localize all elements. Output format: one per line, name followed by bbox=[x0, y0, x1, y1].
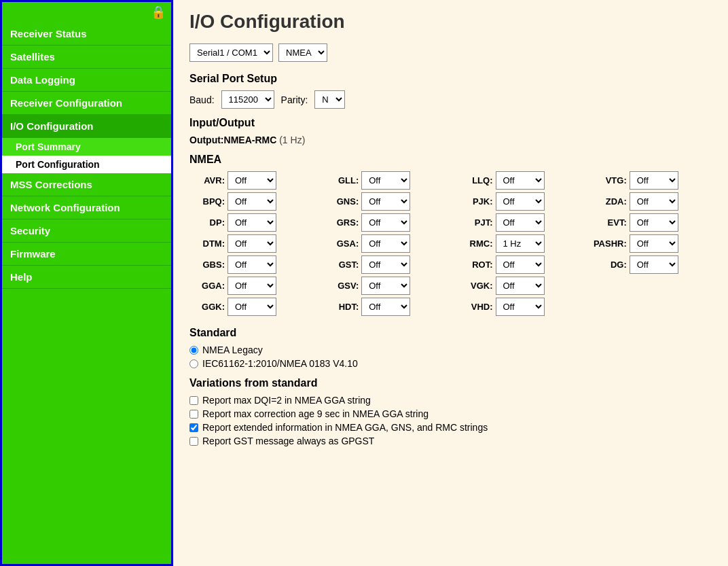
output-line: Output:NMEA-RMC (1 Hz) bbox=[189, 135, 712, 145]
nmea-field-select[interactable]: Off0.1 Hz0.2 Hz0.5 Hz1 Hz2 Hz5 Hz10 Hz20… bbox=[361, 298, 410, 316]
nmea-title: NMEA bbox=[189, 154, 712, 166]
nmea-field-label: PJK: bbox=[458, 196, 493, 207]
nmea-field-select[interactable]: Off0.1 Hz0.2 Hz0.5 Hz1 Hz2 Hz5 Hz10 Hz20… bbox=[496, 192, 545, 211]
nmea-field-label: DG: bbox=[592, 260, 627, 270]
sidebar-item-io-config[interactable]: I/O Configuration bbox=[2, 115, 171, 138]
sidebar-item-mss-corrections[interactable]: MSS Corrections bbox=[2, 173, 171, 196]
nmea-field-select[interactable]: Off0.1 Hz0.2 Hz0.5 Hz1 Hz2 Hz5 Hz10 Hz20… bbox=[228, 192, 276, 211]
sidebar-item-receiver-status[interactable]: Receiver Status bbox=[2, 22, 171, 46]
nmea-field-select[interactable]: Off0.1 Hz0.2 Hz0.5 Hz1 Hz2 Hz5 Hz10 Hz20… bbox=[361, 171, 410, 190]
nmea-field-label: BPQ: bbox=[189, 196, 225, 207]
standard-radio-1[interactable] bbox=[189, 359, 198, 368]
nmea-field-select[interactable]: Off0.1 Hz0.2 Hz0.5 Hz1 Hz2 Hz5 Hz10 Hz20… bbox=[361, 277, 410, 295]
variation-label: Report max correction age 9 sec in NMEA … bbox=[202, 408, 429, 419]
baud-row: Baud: 4800960019200384005760011520023040… bbox=[189, 90, 712, 109]
variation-label: Report GST message always as GPGST bbox=[202, 436, 374, 446]
nmea-cell: ZDA:Off0.1 Hz0.2 Hz0.5 Hz1 Hz2 Hz5 Hz10 … bbox=[592, 192, 712, 211]
nmea-field-label: GSA: bbox=[323, 238, 359, 249]
sidebar-item-network-config[interactable]: Network Configuration bbox=[2, 196, 171, 219]
variation-checkbox-3[interactable] bbox=[189, 437, 198, 446]
protocol-select[interactable]: NMEARTCMCMRRaw bbox=[278, 43, 327, 62]
nmea-cell: EVT:Off0.1 Hz0.2 Hz0.5 Hz1 Hz2 Hz5 Hz10 … bbox=[592, 213, 712, 232]
nmea-field-select[interactable]: Off0.1 Hz0.2 Hz0.5 Hz1 Hz2 Hz5 Hz10 Hz20… bbox=[630, 192, 678, 211]
variation-checkbox-0[interactable] bbox=[189, 396, 198, 405]
variation-checkbox-1[interactable] bbox=[189, 410, 198, 419]
nmea-cell: VGK:Off0.1 Hz0.2 Hz0.5 Hz1 Hz2 Hz5 Hz10 … bbox=[458, 277, 578, 295]
nmea-field-select[interactable]: Off0.1 Hz0.2 Hz0.5 Hz1 Hz2 Hz5 Hz10 Hz20… bbox=[496, 277, 545, 295]
nmea-field-select[interactable]: Off0.1 Hz0.2 Hz0.5 Hz1 Hz2 Hz5 Hz10 Hz20… bbox=[630, 171, 678, 190]
standard-radio-0[interactable] bbox=[189, 346, 198, 355]
nmea-field-select[interactable]: Off0.1 Hz0.2 Hz0.5 Hz1 Hz2 Hz5 Hz10 Hz20… bbox=[630, 255, 678, 274]
nmea-field-select[interactable]: Off0.1 Hz0.2 Hz0.5 Hz1 Hz2 Hz5 Hz10 Hz20… bbox=[228, 298, 276, 316]
parity-select[interactable]: NEO bbox=[314, 90, 345, 109]
nmea-field-label: PASHR: bbox=[592, 238, 627, 249]
nmea-field-select[interactable]: Off0.1 Hz0.2 Hz0.5 Hz1 Hz2 Hz5 Hz10 Hz20… bbox=[496, 255, 545, 274]
nmea-cell: DG:Off0.1 Hz0.2 Hz0.5 Hz1 Hz2 Hz5 Hz10 H… bbox=[592, 255, 712, 274]
nmea-cell: BPQ:Off0.1 Hz0.2 Hz0.5 Hz1 Hz2 Hz5 Hz10 … bbox=[189, 192, 310, 211]
variation-checkbox-2[interactable] bbox=[189, 423, 198, 432]
nmea-field-label: GGA: bbox=[189, 281, 225, 291]
nmea-cell: VTG:Off0.1 Hz0.2 Hz0.5 Hz1 Hz2 Hz5 Hz10 … bbox=[592, 171, 712, 190]
sidebar-item-firmware[interactable]: Firmware bbox=[2, 243, 171, 266]
nmea-field-label: DTM: bbox=[189, 238, 225, 249]
nmea-cell: DTM:Off0.1 Hz0.2 Hz0.5 Hz1 Hz2 Hz5 Hz10 … bbox=[189, 234, 310, 253]
sidebar-item-receiver-config[interactable]: Receiver Configuration bbox=[2, 92, 171, 115]
sidebar: 🔒 Receiver StatusSatellitesData LoggingR… bbox=[0, 0, 173, 566]
nmea-field-select[interactable]: Off0.1 Hz0.2 Hz0.5 Hz1 Hz2 Hz5 Hz10 Hz20… bbox=[496, 171, 545, 190]
standard-option: IEC61162-1:2010/NMEA 0183 V4.10 bbox=[189, 358, 712, 369]
sidebar-sub-port-config[interactable]: Port Configuration bbox=[2, 156, 171, 173]
nmea-field-select[interactable]: Off0.1 Hz0.2 Hz0.5 Hz1 Hz2 Hz5 Hz10 Hz20… bbox=[496, 234, 545, 253]
nmea-field-label: GRS: bbox=[323, 217, 359, 228]
nmea-field-label: VTG: bbox=[592, 175, 627, 185]
nmea-cell: GNS:Off0.1 Hz0.2 Hz0.5 Hz1 Hz2 Hz5 Hz10 … bbox=[323, 192, 443, 211]
sidebar-item-data-logging[interactable]: Data Logging bbox=[2, 69, 171, 92]
nmea-field-select[interactable]: Off0.1 Hz0.2 Hz0.5 Hz1 Hz2 Hz5 Hz10 Hz20… bbox=[228, 171, 276, 190]
nmea-field-label: GBS: bbox=[189, 260, 225, 270]
standard-option: NMEA Legacy bbox=[189, 344, 712, 355]
nmea-cell: ROT:Off0.1 Hz0.2 Hz0.5 Hz1 Hz2 Hz5 Hz10 … bbox=[458, 255, 578, 274]
nmea-field-select[interactable]: Off0.1 Hz0.2 Hz0.5 Hz1 Hz2 Hz5 Hz10 Hz20… bbox=[228, 277, 276, 295]
variation-label: Report max DQI=2 in NMEA GGA string bbox=[202, 395, 371, 406]
standard-radio-label: IEC61162-1:2010/NMEA 0183 V4.10 bbox=[202, 358, 358, 369]
nmea-cell: GBS:Off0.1 Hz0.2 Hz0.5 Hz1 Hz2 Hz5 Hz10 … bbox=[189, 255, 310, 274]
output-label: Output:NMEA-RMC bbox=[189, 135, 276, 145]
nmea-field-label: EVT: bbox=[592, 217, 627, 228]
variations-title: Variations from standard bbox=[189, 377, 712, 389]
sidebar-sub-port-summary[interactable]: Port Summary bbox=[2, 138, 171, 156]
nmea-field-select[interactable]: Off0.1 Hz0.2 Hz0.5 Hz1 Hz2 Hz5 Hz10 Hz20… bbox=[361, 213, 410, 232]
nmea-field-select[interactable]: Off0.1 Hz0.2 Hz0.5 Hz1 Hz2 Hz5 Hz10 Hz20… bbox=[496, 298, 545, 316]
sidebar-item-satellites[interactable]: Satellites bbox=[2, 46, 171, 69]
variation-item: Report GST message always as GPGST bbox=[189, 436, 712, 446]
nmea-cell: PASHR:Off0.1 Hz0.2 Hz0.5 Hz1 Hz2 Hz5 Hz1… bbox=[592, 234, 712, 253]
nmea-field-select[interactable]: Off0.1 Hz0.2 Hz0.5 Hz1 Hz2 Hz5 Hz10 Hz20… bbox=[496, 213, 545, 232]
port-select[interactable]: Serial1 / COM1Serial2 / COM2USBEthernet bbox=[189, 43, 273, 62]
sidebar-item-help[interactable]: Help bbox=[2, 266, 171, 289]
main-content: I/O Configuration Serial1 / COM1Serial2 … bbox=[173, 0, 728, 566]
nmea-field-select[interactable]: Off0.1 Hz0.2 Hz0.5 Hz1 Hz2 Hz5 Hz10 Hz20… bbox=[630, 213, 678, 232]
nmea-field-label: GST: bbox=[323, 260, 359, 270]
nmea-field-select[interactable]: Off0.1 Hz0.2 Hz0.5 Hz1 Hz2 Hz5 Hz10 Hz20… bbox=[361, 192, 410, 211]
output-normal: (1 Hz) bbox=[276, 135, 305, 145]
nmea-field-select[interactable]: Off0.1 Hz0.2 Hz0.5 Hz1 Hz2 Hz5 Hz10 Hz20… bbox=[361, 255, 410, 274]
nmea-cell: LLQ:Off0.1 Hz0.2 Hz0.5 Hz1 Hz2 Hz5 Hz10 … bbox=[458, 171, 578, 190]
nmea-grid: AVR:Off0.1 Hz0.2 Hz0.5 Hz1 Hz2 Hz5 Hz10 … bbox=[189, 171, 712, 316]
standard-title: Standard bbox=[189, 327, 712, 339]
nmea-field-select[interactable]: Off0.1 Hz0.2 Hz0.5 Hz1 Hz2 Hz5 Hz10 Hz20… bbox=[228, 234, 276, 253]
nmea-cell: GGA:Off0.1 Hz0.2 Hz0.5 Hz1 Hz2 Hz5 Hz10 … bbox=[189, 277, 310, 295]
variations-section: Variations from standard Report max DQI=… bbox=[189, 377, 712, 446]
nmea-field-label: PJT: bbox=[458, 217, 493, 228]
nmea-field-select[interactable]: Off0.1 Hz0.2 Hz0.5 Hz1 Hz2 Hz5 Hz10 Hz20… bbox=[361, 234, 410, 253]
top-selects: Serial1 / COM1Serial2 / COM2USBEthernet … bbox=[189, 43, 712, 62]
nmea-cell: PJT:Off0.1 Hz0.2 Hz0.5 Hz1 Hz2 Hz5 Hz10 … bbox=[458, 213, 578, 232]
variation-label: Report extended information in NMEA GGA,… bbox=[202, 422, 488, 433]
nmea-field-select[interactable]: Off0.1 Hz0.2 Hz0.5 Hz1 Hz2 Hz5 Hz10 Hz20… bbox=[630, 234, 678, 253]
baud-select[interactable]: 48009600192003840057600115200230400 bbox=[221, 90, 274, 109]
nmea-cell: GSV:Off0.1 Hz0.2 Hz0.5 Hz1 Hz2 Hz5 Hz10 … bbox=[323, 277, 443, 295]
nmea-field-select[interactable]: Off0.1 Hz0.2 Hz0.5 Hz1 Hz2 Hz5 Hz10 Hz20… bbox=[228, 255, 276, 274]
sidebar-item-security[interactable]: Security bbox=[2, 219, 171, 243]
nmea-field-label: ZDA: bbox=[592, 196, 627, 207]
nmea-cell: HDT:Off0.1 Hz0.2 Hz0.5 Hz1 Hz2 Hz5 Hz10 … bbox=[323, 298, 443, 316]
variation-item: Report extended information in NMEA GGA,… bbox=[189, 422, 712, 433]
nmea-field-select[interactable]: Off0.1 Hz0.2 Hz0.5 Hz1 Hz2 Hz5 Hz10 Hz20… bbox=[228, 213, 276, 232]
baud-label: Baud: bbox=[189, 94, 215, 105]
